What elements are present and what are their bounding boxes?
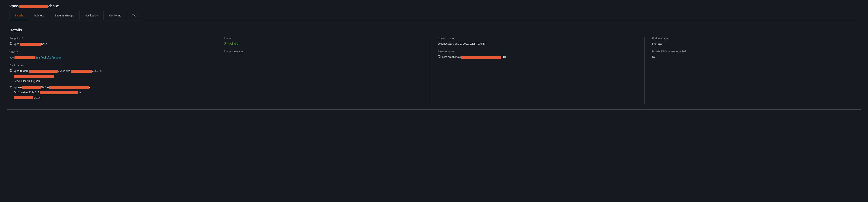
redaction (14, 75, 54, 78)
value-private-dns: No (652, 54, 851, 59)
field-status: Status Available (224, 37, 422, 46)
value-endpoint-id: vpce-bc3e (9, 42, 208, 47)
tab-subnets[interactable]: Subnets (29, 11, 50, 20)
svg-rect-2 (10, 86, 12, 88)
field-dns-names: DNS names vpce-05dd80v.vpce-svc-40b5.us-… (9, 64, 208, 100)
field-private-dns: Private DNS names enabled No (652, 50, 851, 59)
panel-title: Details (9, 28, 859, 37)
details-col-1: Endpoint ID vpce-bc3e VPC ID vpc-ff68 (j… (9, 37, 216, 104)
redaction (22, 86, 41, 89)
tab-tags[interactable]: Tags (127, 11, 144, 20)
dns-entry-1: vpce-05dd80v.vpce-svc-40b5.us- - (Z7HUB2… (9, 69, 208, 84)
value-service-name: com.amazonaw-0017 (438, 54, 637, 60)
field-creation-time: Creation time Wednesday, June 2, 2021, 1… (438, 37, 637, 46)
svg-rect-1 (10, 70, 12, 72)
details-col-3: Creation time Wednesday, June 2, 2021, 1… (430, 37, 644, 104)
label-dns-names: DNS names (9, 64, 208, 67)
details-panel: Details Endpoint ID vpce-bc3e VPC ID (7, 28, 861, 109)
label-service-name: Service name (438, 50, 637, 53)
svg-rect-0 (10, 43, 12, 45)
service-name-prefix: com.amazonaw (442, 55, 461, 58)
value-vpc-id: vpc-ff68 (jedi-sftp-ftp-vpc) (9, 55, 208, 60)
page-header: vpce-2bc3e (7, 0, 861, 11)
title-suffix: 2bc3e (48, 4, 59, 8)
redaction (20, 5, 48, 8)
redaction (40, 91, 78, 94)
copy-icon[interactable] (438, 55, 441, 59)
value-status-message: – (224, 54, 422, 59)
redaction (461, 56, 501, 59)
details-col-2: Status Available Status message – (216, 37, 430, 104)
copy-icon[interactable] (9, 85, 12, 90)
tab-security-groups[interactable]: Security Groups (50, 11, 79, 20)
label-creation-time: Creation time (438, 37, 637, 40)
tab-bar: Details Subnets Security Groups Notifica… (7, 11, 861, 20)
tab-monitoring[interactable]: Monitoring (103, 11, 127, 20)
redaction (49, 86, 89, 89)
details-grid: Endpoint ID vpce-bc3e VPC ID vpc-ff68 (j… (9, 37, 859, 104)
tab-details[interactable]: Details (9, 11, 29, 20)
redaction (14, 56, 35, 59)
label-endpoint-id: Endpoint ID (9, 37, 208, 40)
label-status-message: Status message (224, 50, 422, 53)
dns-entry-2: vpce-02bc3e-- 04b2dae8ea42240b5. m ILQXV… (9, 85, 208, 100)
value-status: Available (224, 42, 422, 46)
copy-icon[interactable] (9, 42, 12, 46)
label-status: Status (224, 37, 422, 40)
status-available: Available (224, 42, 239, 46)
page-title: vpce-2bc3e (9, 4, 59, 8)
details-col-4: Endpoint type Interface Private DNS name… (644, 37, 859, 104)
redaction (20, 43, 41, 46)
redaction (71, 70, 92, 73)
title-prefix: vpce- (9, 4, 20, 8)
service-name-suffix: -0017 (501, 55, 508, 58)
tab-bar-rule (144, 20, 859, 20)
field-vpc-id: VPC ID vpc-ff68 (jedi-sftp-ftp-vpc) (9, 51, 208, 60)
value-endpoint-type: Interface (652, 42, 851, 46)
label-private-dns: Private DNS names enabled (652, 50, 851, 53)
redaction (14, 96, 33, 99)
vpc-id-prefix: vpc- (9, 56, 14, 59)
status-text: Available (228, 42, 239, 46)
endpoint-id-prefix: vpce- (14, 43, 20, 46)
field-status-message: Status message – (224, 50, 422, 59)
field-service-name: Service name com.amazonaw-0017 (438, 50, 637, 60)
tab-notification[interactable]: Notification (80, 11, 103, 20)
label-vpc-id: VPC ID (9, 51, 208, 54)
svg-rect-4 (439, 56, 440, 57)
copy-icon[interactable] (9, 69, 12, 73)
vpc-id-link[interactable]: vpc-ff68 (jedi-sftp-ftp-vpc) (9, 55, 61, 60)
endpoint-id-suffix: bc3e (41, 43, 47, 46)
field-endpoint-id: Endpoint ID vpce-bc3e (9, 37, 208, 47)
vpc-id-suffix: ff68 (jedi-sftp-ftp-vpc) (35, 56, 61, 59)
check-circle-icon (224, 42, 226, 45)
label-endpoint-type: Endpoint type (652, 37, 851, 40)
value-creation-time: Wednesday, June 2, 2021, 18:37:00 PDT (438, 42, 637, 46)
field-endpoint-type: Endpoint type Interface (652, 37, 851, 46)
redaction (29, 70, 58, 73)
